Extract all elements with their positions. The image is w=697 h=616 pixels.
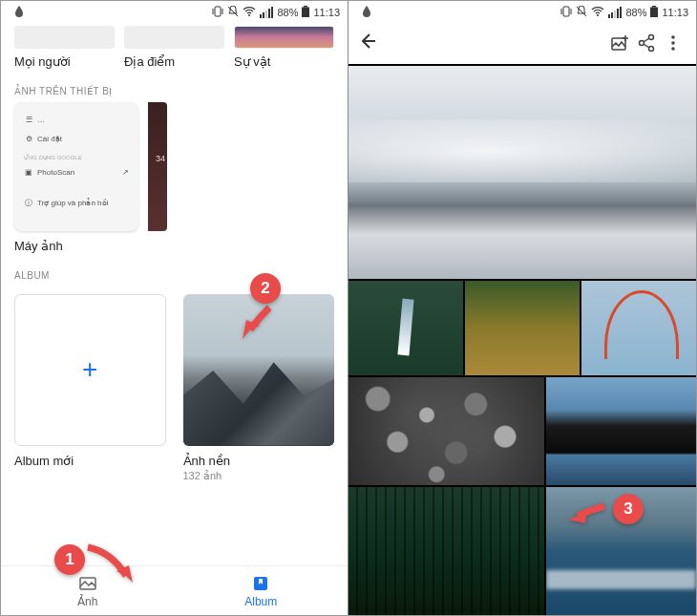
annotation-arrow-3 — [566, 499, 608, 531]
mute-icon — [227, 6, 239, 19]
device-photos-row: ☰… ⚙ Cài đặt ỨNG DỤNG GOOGLE ▣ PhotoScan… — [1, 102, 348, 231]
svg-rect-7 — [304, 6, 307, 8]
menu-section-header: ỨNG DỤNG GOOGLE — [20, 148, 133, 162]
category-row: Mọi người Địa điểm Sự vật — [1, 26, 348, 69]
nav-label: Album — [244, 595, 277, 608]
photo-thumb[interactable] — [348, 281, 463, 375]
share-button[interactable] — [633, 33, 660, 53]
gear-icon: ⚙ — [24, 134, 33, 143]
signal-icon — [608, 7, 622, 18]
section-album-header: ALBUM — [1, 253, 348, 287]
section-device-header: ẢNH TRÊN THIẾT BỊ — [1, 69, 348, 102]
svg-point-1 — [248, 14, 250, 16]
category-people[interactable]: Mọi người — [14, 26, 115, 69]
menu-item-photoscan[interactable]: ▣ PhotoScan ↗ — [20, 162, 133, 181]
help-icon: ⓘ — [24, 198, 33, 207]
battery-percent: 88% — [625, 7, 646, 18]
device-album-thumb[interactable]: 34 — [148, 102, 167, 231]
annotation-badge-3: 3 — [613, 494, 644, 524]
external-link-icon: ↗ — [122, 168, 129, 177]
notification-drop-icon — [362, 6, 371, 19]
category-places[interactable]: Địa điểm — [124, 26, 224, 69]
album-detail-header — [348, 22, 696, 64]
notification-drop-icon — [14, 6, 24, 19]
svg-point-21 — [640, 41, 644, 46]
vibrate-icon — [212, 6, 223, 19]
menu-item-hidden[interactable]: ☰… — [20, 110, 133, 129]
battery-icon — [650, 6, 658, 19]
add-photo-button[interactable] — [606, 33, 633, 53]
plus-icon: + — [82, 354, 97, 385]
mute-icon — [576, 6, 587, 19]
svg-rect-17 — [620, 7, 622, 18]
more-button[interactable] — [660, 33, 686, 53]
vibrate-icon — [560, 6, 572, 19]
svg-rect-18 — [652, 6, 656, 8]
annotation-badge-1: 1 — [54, 544, 85, 575]
album-count: 132 ảnh — [183, 470, 335, 482]
annotation-badge-2: 2 — [250, 273, 281, 304]
nav-label: Ảnh — [77, 595, 97, 608]
photo-thumb[interactable] — [348, 487, 544, 615]
svg-rect-3 — [263, 12, 264, 18]
album-new-box: + — [14, 294, 166, 446]
svg-point-26 — [671, 47, 675, 51]
svg-rect-0 — [215, 7, 221, 16]
back-button[interactable] — [358, 32, 377, 55]
category-thumb — [234, 26, 334, 49]
phone-screen-right: 88% 11:13 — [348, 1, 696, 615]
scan-icon: ▣ — [24, 167, 33, 177]
phone-screen-left: 88% 11:13 Mọi người Địa điểm Sự vật ẢNH … — [1, 1, 348, 615]
svg-rect-13 — [608, 14, 610, 18]
battery-icon — [302, 6, 309, 19]
bottom-nav: Ảnh Album — [1, 565, 348, 615]
menu-item-settings[interactable]: ⚙ Cài đặt — [20, 129, 133, 148]
album-row: + Album mới Ảnh nền 132 ảnh — [1, 287, 348, 482]
svg-rect-8 — [302, 8, 309, 18]
status-time: 11:13 — [662, 7, 688, 18]
album-icon — [251, 574, 270, 593]
photo-thumb[interactable] — [465, 281, 580, 375]
category-thumb — [14, 26, 115, 49]
menu-item-help[interactable]: ⓘ Trợ giúp và phản hồi — [20, 193, 133, 212]
svg-rect-15 — [614, 11, 616, 18]
device-album-label: Máy ảnh — [1, 231, 348, 253]
status-bar: 88% 11:13 — [1, 1, 348, 22]
svg-point-25 — [671, 41, 675, 45]
annotation-arrow-1 — [83, 542, 140, 590]
wifi-icon — [243, 6, 256, 19]
svg-rect-4 — [265, 11, 267, 18]
wifi-icon — [591, 6, 604, 19]
annotation-arrow-2 — [239, 303, 279, 347]
svg-point-22 — [649, 35, 654, 40]
album-title: Album mới — [14, 454, 166, 468]
photo-thumb[interactable] — [581, 281, 696, 375]
photo-thumb[interactable] — [546, 377, 696, 486]
svg-rect-19 — [650, 8, 658, 18]
album-new[interactable]: + Album mới — [14, 294, 166, 482]
status-bar: 88% 11:13 — [348, 1, 696, 22]
photo-grid — [348, 64, 696, 615]
svg-rect-11 — [563, 7, 569, 16]
battery-percent: 88% — [277, 7, 298, 18]
svg-rect-2 — [260, 14, 262, 18]
svg-rect-16 — [617, 9, 619, 18]
category-things[interactable]: Sự vật — [234, 26, 334, 69]
svg-rect-14 — [611, 12, 613, 18]
overflow-menu-card: ☰… ⚙ Cài đặt ỨNG DỤNG GOOGLE ▣ PhotoScan… — [14, 102, 138, 231]
svg-rect-6 — [271, 7, 273, 18]
category-thumb — [124, 26, 224, 49]
svg-point-23 — [649, 47, 654, 52]
signal-icon — [260, 7, 273, 18]
photo-thumb[interactable] — [348, 377, 544, 486]
svg-point-24 — [671, 35, 675, 39]
album-title: Ảnh nền — [183, 454, 335, 468]
status-time: 11:13 — [313, 7, 340, 18]
svg-point-12 — [597, 14, 599, 16]
nav-album[interactable]: Album — [175, 566, 348, 615]
svg-rect-5 — [268, 9, 270, 18]
photo-hero[interactable] — [348, 66, 696, 279]
